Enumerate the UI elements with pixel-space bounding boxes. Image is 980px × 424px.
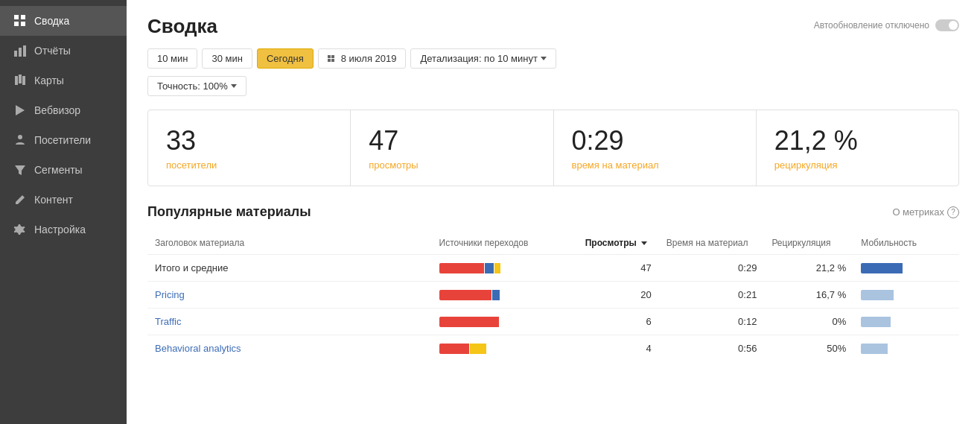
mobility-bar <box>861 290 920 300</box>
sidebar: Сводка Отчёты Карты Вебвизор Посетители … <box>0 0 127 424</box>
recirc-cell: 21,2 % <box>764 255 853 282</box>
views-cell: 47 <box>578 255 659 282</box>
sidebar-item-summary[interactable]: Сводка <box>0 6 127 36</box>
popular-section-title: Популярные материалы <box>147 204 311 220</box>
grid-icon <box>13 14 27 28</box>
stat-value-time: 0:29 <box>572 125 738 156</box>
recirc-cell: 0% <box>764 308 853 335</box>
sidebar-item-maps[interactable]: Карты <box>0 66 127 95</box>
col-header-recirc: Рециркуляция <box>764 232 853 255</box>
traffic-bar <box>439 263 536 273</box>
stat-value-visitors: 33 <box>166 125 332 156</box>
chevron-down-icon <box>231 84 237 88</box>
mobility-fill <box>861 263 903 273</box>
sidebar-item-label: Отчёты <box>34 45 71 57</box>
stat-label-recirc: рециркуляция <box>774 159 941 171</box>
stat-label-visitors: посетители <box>166 159 332 171</box>
svg-marker-12 <box>15 165 25 175</box>
auto-update-toggle[interactable] <box>935 19 959 31</box>
table-header-row: Заголовок материала Источники переходов … <box>147 232 959 255</box>
chevron-down-icon <box>541 57 547 60</box>
mobility-fill <box>861 344 888 354</box>
sidebar-item-segments[interactable]: Сегменты <box>0 155 127 185</box>
map-icon <box>13 74 27 87</box>
sidebar-item-settings[interactable]: Настройка <box>0 215 127 244</box>
sidebar-item-label: Вебвизор <box>34 104 80 116</box>
mobility-bar <box>861 263 920 273</box>
sources-bar-cell <box>432 308 578 335</box>
article-title-link[interactable]: Pricing <box>155 289 185 300</box>
svg-rect-7 <box>15 76 18 85</box>
main-content: Сводка Автообновление отключено 10 мин 3… <box>127 0 980 424</box>
stat-card-time: 0:29 время на материал <box>554 110 757 186</box>
time-buttons-row: 10 мин 30 мин Сегодня 8 июля 2019 Детали… <box>147 48 959 69</box>
popular-table: Заголовок материала Источники переходов … <box>147 232 959 361</box>
pencil-icon <box>13 193 27 206</box>
mobility-cell <box>853 308 959 335</box>
blue-bar-segment <box>492 290 500 300</box>
sidebar-item-label: Посетители <box>34 134 91 146</box>
btn-accuracy[interactable]: Точность: 100% <box>147 76 246 96</box>
table-row: Behavioral analytics40:5650% <box>147 335 959 362</box>
col-header-time: Время на материал <box>659 232 765 255</box>
sidebar-item-label: Контент <box>34 194 73 206</box>
time-cell: 0:12 <box>659 308 765 335</box>
views-cell: 20 <box>578 282 659 308</box>
sidebar-item-reports[interactable]: Отчёты <box>0 36 127 66</box>
grid-small-icon <box>328 55 335 63</box>
views-cell: 4 <box>578 335 659 362</box>
svg-rect-1 <box>21 15 25 19</box>
accuracy-row: Точность: 100% <box>147 76 959 96</box>
svg-marker-10 <box>16 105 25 116</box>
stat-value-recirc: 21,2 % <box>774 125 941 156</box>
bar-chart-icon <box>13 44 27 57</box>
svg-rect-9 <box>22 76 25 85</box>
metrics-link[interactable]: О метриках ? <box>892 206 959 218</box>
page-title: Сводка <box>147 15 217 38</box>
person-icon <box>13 133 27 147</box>
red-bar-segment <box>439 290 491 300</box>
svg-rect-8 <box>19 75 22 83</box>
time-cell: 0:56 <box>659 335 765 362</box>
stat-value-views: 47 <box>369 125 535 156</box>
traffic-bar <box>439 317 536 327</box>
col-header-sources: Источники переходов <box>432 232 578 255</box>
sidebar-item-content[interactable]: Контент <box>0 185 127 215</box>
svg-rect-6 <box>23 45 26 57</box>
blue-bar-segment <box>485 263 494 273</box>
mobility-fill <box>861 290 894 300</box>
btn-30min[interactable]: 30 мин <box>202 48 252 69</box>
article-title-link[interactable]: Traffic <box>155 316 181 327</box>
mobility-bar <box>861 317 920 327</box>
accuracy-label: Точность: 100% <box>157 80 228 92</box>
detail-label: Детализация: по 10 минут <box>420 53 537 64</box>
popular-section-header: Популярные материалы О метриках ? <box>147 204 959 220</box>
metrics-label: О метриках <box>892 206 944 218</box>
traffic-bar <box>439 344 536 354</box>
col-header-views[interactable]: Просмотры <box>578 232 659 255</box>
col-header-title: Заголовок материала <box>147 232 432 255</box>
sidebar-item-label: Сводка <box>34 15 69 27</box>
svg-point-11 <box>18 135 22 139</box>
col-header-mobile: Мобильность <box>853 232 959 255</box>
sidebar-item-visitors[interactable]: Посетители <box>0 125 127 155</box>
red-bar-segment <box>439 317 499 327</box>
svg-rect-2 <box>14 22 19 26</box>
btn-10min[interactable]: 10 мин <box>147 48 197 69</box>
auto-update-label: Автообновление отключено <box>814 20 929 31</box>
svg-rect-0 <box>14 15 19 19</box>
sidebar-item-webvisor[interactable]: Вебвизор <box>0 95 127 125</box>
stat-card-visitors: 33 посетители <box>148 110 351 186</box>
sidebar-item-label: Сегменты <box>34 164 83 176</box>
stat-card-views: 47 просмотры <box>351 110 553 186</box>
stat-label-views: просмотры <box>369 159 535 171</box>
views-cell: 6 <box>578 308 659 335</box>
stat-card-recirc: 21,2 % рециркуляция <box>757 110 958 186</box>
recirc-cell: 16,7 % <box>764 282 853 308</box>
btn-date[interactable]: 8 июля 2019 <box>318 48 407 69</box>
article-title-link[interactable]: Behavioral analytics <box>155 343 241 354</box>
btn-today[interactable]: Сегодня <box>257 48 314 69</box>
btn-detail[interactable]: Детализация: по 10 минут <box>410 48 556 69</box>
svg-rect-5 <box>19 48 22 57</box>
time-cell: 0:21 <box>659 282 765 308</box>
